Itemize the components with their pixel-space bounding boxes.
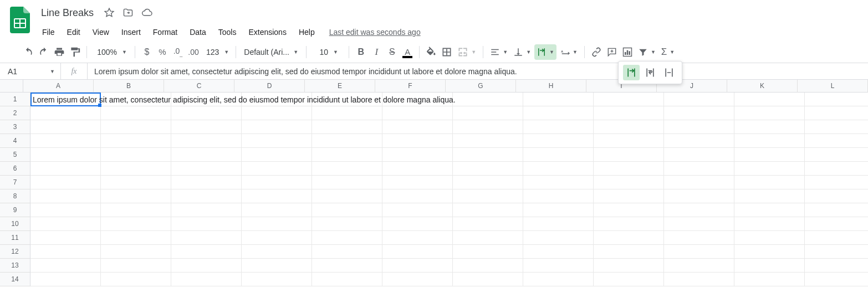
menu-extensions[interactable]: Extensions [244,25,290,39]
row-header-14[interactable]: 14 [0,273,30,286]
cell-K5[interactable] [734,148,805,162]
cell-I8[interactable] [594,189,664,203]
cell-D9[interactable] [242,203,312,217]
cell-F13[interactable] [382,259,453,273]
cell-F11[interactable] [382,231,453,245]
cell-E1[interactable] [312,93,382,106]
cell-K10[interactable] [734,217,805,231]
cell-H2[interactable] [523,106,594,120]
cell-C10[interactable] [171,217,242,231]
wrap-clip-option[interactable] [661,65,677,80]
cell-G6[interactable] [453,162,523,176]
cell-H3[interactable] [523,120,594,134]
menu-edit[interactable]: Edit [63,25,85,39]
cell-A9[interactable] [30,203,101,217]
row-header-11[interactable]: 11 [0,231,30,245]
cell-L6[interactable] [805,162,868,176]
cell-B3[interactable] [101,120,171,134]
row-header-7[interactable]: 7 [0,176,30,189]
cell-H12[interactable] [523,245,594,259]
cell-A10[interactable] [30,217,101,231]
cell-L8[interactable] [805,189,868,203]
cell-A8[interactable] [30,189,101,203]
select-all-corner[interactable] [0,80,23,93]
cell-G7[interactable] [453,176,523,189]
cell-H9[interactable] [523,203,594,217]
currency-button[interactable]: $ [140,44,154,60]
cell-C1[interactable] [171,93,242,106]
cell-C5[interactable] [171,148,242,162]
menu-insert[interactable]: Insert [117,25,145,39]
row-header-8[interactable]: 8 [0,189,30,203]
cell-L12[interactable] [805,245,868,259]
cell-D4[interactable] [242,134,312,148]
cell-B10[interactable] [101,217,171,231]
cell-I11[interactable] [594,231,664,245]
cell-I5[interactable] [594,148,664,162]
cell-A6[interactable] [30,162,101,176]
cell-E10[interactable] [312,217,382,231]
cell-J10[interactable] [664,217,734,231]
cell-D8[interactable] [242,189,312,203]
percent-button[interactable]: % [155,44,170,60]
insert-chart-button[interactable] [620,44,635,60]
column-header-A[interactable]: A [23,80,94,93]
cell-A3[interactable] [30,120,101,134]
row-header-2[interactable]: 2 [0,106,30,120]
column-header-B[interactable]: B [94,80,164,93]
cell-L3[interactable] [805,120,868,134]
functions-dropdown[interactable]: Σ▼ [659,44,677,60]
cell-F3[interactable] [382,120,453,134]
cell-I1[interactable] [594,93,664,106]
cell-A1[interactable] [30,93,101,106]
cell-J12[interactable] [664,245,734,259]
cell-E2[interactable] [312,106,382,120]
cell-L9[interactable] [805,203,868,217]
cell-J7[interactable] [664,176,734,189]
cell-L13[interactable] [805,259,868,273]
cell-B6[interactable] [101,162,171,176]
cell-D11[interactable] [242,231,312,245]
cell-I4[interactable] [594,134,664,148]
cell-L2[interactable] [805,106,868,120]
cell-E4[interactable] [312,134,382,148]
wrap-overflow-option[interactable] [623,65,640,80]
cell-A14[interactable] [30,273,101,286]
cell-K6[interactable] [734,162,805,176]
cell-J4[interactable] [664,134,734,148]
cell-J2[interactable] [664,106,734,120]
cell-E9[interactable] [312,203,382,217]
cell-F6[interactable] [382,162,453,176]
column-header-H[interactable]: H [516,80,586,93]
cell-I10[interactable] [594,217,664,231]
cell-E8[interactable] [312,189,382,203]
cell-H1[interactable] [523,93,594,106]
font-size-dropdown[interactable]: 10▼ [311,44,344,60]
cell-C11[interactable] [171,231,242,245]
cell-B8[interactable] [101,189,171,203]
cell-B14[interactable] [101,273,171,286]
row-header-13[interactable]: 13 [0,259,30,273]
cell-G10[interactable] [453,217,523,231]
strikethrough-button[interactable]: S [385,44,399,60]
row-header-5[interactable]: 5 [0,148,30,162]
name-box[interactable]: A1 ▼ [0,63,61,79]
cell-D12[interactable] [242,245,312,259]
cell-F10[interactable] [382,217,453,231]
cell-D10[interactable] [242,217,312,231]
cell-J8[interactable] [664,189,734,203]
cell-K2[interactable] [734,106,805,120]
cell-I3[interactable] [594,120,664,134]
cell-B11[interactable] [101,231,171,245]
sheets-logo[interactable] [9,4,31,35]
cell-H8[interactable] [523,189,594,203]
cell-F1[interactable] [382,93,453,106]
menu-file[interactable]: File [38,25,59,39]
cell-F7[interactable] [382,176,453,189]
undo-button[interactable] [21,44,35,60]
redo-button[interactable] [37,44,51,60]
font-dropdown[interactable]: Default (Ari...▼ [241,44,302,60]
cell-J11[interactable] [664,231,734,245]
cell-F5[interactable] [382,148,453,162]
cell-J5[interactable] [664,148,734,162]
